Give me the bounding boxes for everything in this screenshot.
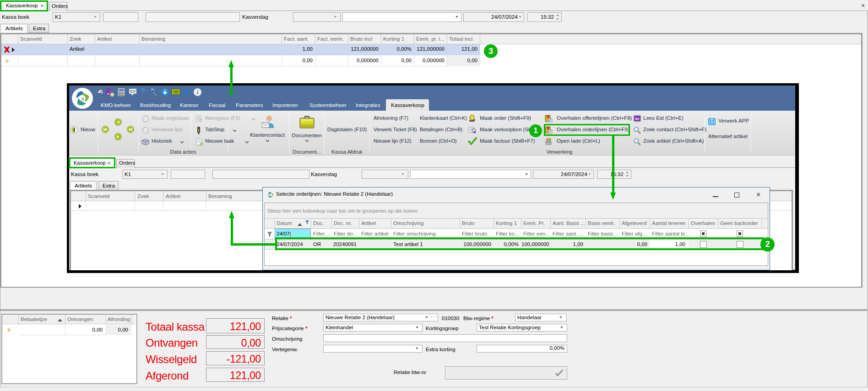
svg-text:be: be bbox=[635, 117, 640, 121]
svg-text:a: a bbox=[81, 95, 84, 102]
svg-text:C#: C# bbox=[130, 89, 136, 94]
